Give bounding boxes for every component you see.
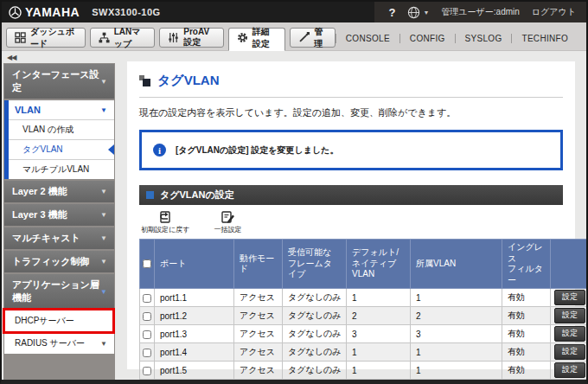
- gear-icon: [237, 32, 248, 43]
- sidebar-item-vlan-create[interactable]: VLAN の作成: [9, 119, 114, 139]
- link-syslog[interactable]: SYSLOG: [455, 34, 512, 43]
- tab-proav-settings[interactable]: ProAV設定: [159, 28, 223, 48]
- globe-icon: [407, 6, 420, 19]
- setting-button[interactable]: 設定: [554, 290, 585, 305]
- tab-dashboard[interactable]: ダッシュボード: [6, 28, 86, 48]
- sidebar-collapse-button[interactable]: ◀◀: [3, 53, 115, 63]
- cell-native: 2: [347, 307, 411, 325]
- cell-port: port1.6: [155, 380, 234, 381]
- cell-mode: アクセス: [234, 362, 283, 380]
- tab-label: ダッシュボード: [30, 26, 77, 50]
- setting-button[interactable]: 設定: [554, 308, 585, 323]
- cell-ingress: 有効: [502, 325, 551, 343]
- cell-mode: アクセス: [234, 307, 283, 325]
- reset-to-default-button[interactable]: 初期設定に戻す: [141, 211, 189, 234]
- tab-advanced-settings[interactable]: 詳細設定: [228, 28, 286, 51]
- item-label: VLAN: [15, 105, 41, 115]
- sidebar-item-dhcp-server[interactable]: DHCPサーバー: [4, 310, 114, 331]
- cell-member: 1: [411, 380, 502, 381]
- caret-down-icon: ▼: [100, 234, 107, 242]
- language-selector[interactable]: ▼: [407, 6, 429, 19]
- cell-native: 1: [347, 289, 411, 307]
- setting-button[interactable]: 設定: [554, 344, 585, 360]
- cell-mode: アクセス: [234, 343, 283, 362]
- col-header-ingress-line2: フィルター: [508, 264, 545, 285]
- cell-frame: タグなしのみ: [283, 307, 347, 325]
- link-techinfo[interactable]: TECHINFO: [511, 34, 578, 43]
- cell-frame: タグなしのみ: [283, 380, 347, 381]
- tab-label: ProAV設定: [183, 27, 214, 48]
- tab-lanmap[interactable]: LANマップ: [90, 28, 156, 48]
- tab-label: 詳細設定: [252, 26, 278, 50]
- row-checkbox[interactable]: [143, 330, 151, 339]
- sidebar-vlan-block: VLAN ▼ VLAN の作成 タグVLAN マルチプルVLAN: [4, 100, 114, 179]
- dashboard-icon: [15, 32, 26, 43]
- sidebar-group-layer2[interactable]: Layer 2 機能 ▼: [4, 181, 114, 202]
- app-window: YAMAHA SWX3100-10G ? ▼ 管理ユーザー:admin ログアウ…: [0, 0, 588, 384]
- group-label: トラフィック制御: [12, 255, 90, 268]
- sidebar-item-radius-server[interactable]: RADIUS サーバー ▼: [4, 333, 114, 354]
- table-row: port1.5 アクセス タグなしのみ 1 1 有効 設定: [140, 362, 587, 380]
- cell-native: 1: [347, 343, 411, 362]
- group-label: アプリケーション層機能: [12, 278, 100, 304]
- caret-down-icon: ▼: [100, 78, 107, 86]
- sidebar-group-multicast[interactable]: マルチキャスト ▼: [4, 227, 114, 249]
- logout-button[interactable]: ログアウト: [532, 6, 576, 18]
- sidebar-item-multiple-vlan[interactable]: マルチプルVLAN: [9, 159, 114, 179]
- select-all-checkbox[interactable]: [143, 259, 151, 268]
- col-header-ingress-line1: イングレス: [508, 242, 545, 264]
- sidebar-group-traffic-control[interactable]: トラフィック制御 ▼: [4, 251, 114, 272]
- tab-label: LANマップ: [114, 26, 147, 50]
- sidebar-item-vlan[interactable]: VLAN ▼: [9, 100, 114, 119]
- col-header-frame-line1: 受信可能な: [288, 247, 341, 259]
- item-label: DHCPサーバー: [15, 315, 74, 327]
- sidebar-item-tag-vlan[interactable]: タグVLAN: [9, 139, 114, 159]
- row-checkbox[interactable]: [143, 349, 151, 357]
- tab-management[interactable]: 管 理: [290, 28, 336, 48]
- topbar-user-group: ? ▼ 管理ユーザー:admin ログアウト: [374, 2, 586, 22]
- batch-edit-icon: [220, 211, 235, 224]
- sidebar-group-interface-settings[interactable]: インターフェース設定 ▼: [4, 64, 114, 99]
- body-area: ◀◀ インターフェース設定 ▼ VLAN ▼ VLAN の作成 タグVLAN: [2, 51, 586, 380]
- link-config[interactable]: CONFIG: [399, 34, 455, 43]
- col-header-mode: 動作モード: [234, 240, 283, 289]
- cell-port: port1.2: [155, 307, 234, 325]
- item-label: RADIUS サーバー: [15, 337, 85, 349]
- setting-button[interactable]: 設定: [554, 362, 585, 378]
- info-message-text: [タグVLANの設定] 設定を変更しました。: [176, 144, 339, 157]
- main-panel: タグVLAN 現在の設定内容を表示しています。設定の追加、変更、削除ができます。…: [127, 61, 575, 369]
- current-page-marker-icon: [108, 144, 114, 155]
- content-area: タグVLAN 現在の設定内容を表示しています。設定の追加、変更、削除ができます。…: [115, 51, 586, 380]
- group-label: Layer 2 機能: [12, 185, 67, 198]
- caret-down-icon: ▼: [100, 288, 107, 296]
- help-button[interactable]: ?: [388, 6, 395, 19]
- table-header-row: ポート 動作モード 受信可能な フレームタイプ デフォルト/ ネイティブVLAN…: [140, 240, 587, 289]
- row-checkbox[interactable]: [143, 294, 151, 303]
- caret-down-icon: ▼: [100, 340, 107, 348]
- row-checkbox[interactable]: [143, 367, 151, 375]
- col-header-frame: 受信可能な フレームタイプ: [283, 240, 347, 289]
- group-label: マルチキャスト: [12, 232, 80, 245]
- group-label: インターフェース設定: [12, 68, 100, 94]
- reset-icon: [157, 211, 173, 224]
- caret-down-icon: ▼: [100, 106, 107, 114]
- col-header-ingress-filter: イングレス フィルター: [502, 240, 551, 289]
- cell-ingress: 有効: [502, 362, 551, 380]
- cell-port: port1.3: [155, 325, 234, 343]
- cell-member: 1: [411, 289, 502, 307]
- sidebar-group-application-layer[interactable]: アプリケーション層機能 ▼: [4, 274, 114, 309]
- col-header-frame-line2: フレームタイプ: [288, 259, 341, 280]
- row-checkbox[interactable]: [143, 312, 151, 321]
- sidebar-group-layer3[interactable]: Layer 3 機能 ▼: [4, 204, 114, 226]
- sidebar: ◀◀ インターフェース設定 ▼ VLAN ▼ VLAN の作成 タグVLAN: [2, 51, 115, 380]
- link-console[interactable]: CONSOLE: [336, 34, 399, 43]
- caret-down-icon: ▼: [100, 211, 107, 219]
- title-divider: [139, 97, 563, 98]
- batch-edit-button[interactable]: 一括設定: [203, 211, 252, 234]
- setting-button[interactable]: 設定: [554, 326, 585, 342]
- device-model: SWX3100-10G: [92, 7, 160, 17]
- tab-label: 管 理: [314, 26, 327, 50]
- cell-port: port1.5: [155, 362, 234, 380]
- tool-label: 初期設定に戻す: [141, 225, 189, 234]
- cell-mode: アクセス: [234, 325, 283, 343]
